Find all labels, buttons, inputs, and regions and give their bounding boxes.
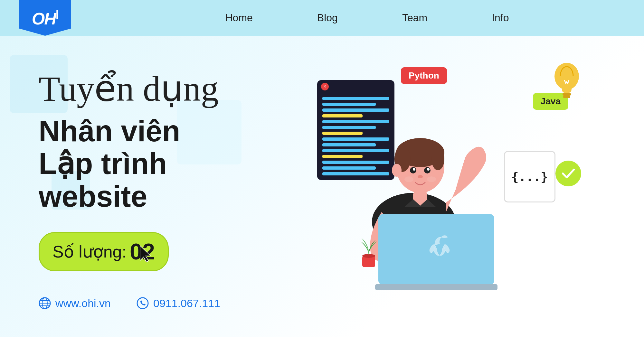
main-nav: Home Blog Team Info xyxy=(135,12,509,24)
plant-decoration xyxy=(353,227,385,270)
svg-point-9 xyxy=(557,163,579,184)
svg-point-18 xyxy=(413,168,415,171)
phone-icon xyxy=(137,297,149,309)
contact-row: www.ohi.vn 0911.067.111 xyxy=(39,297,222,310)
right-section: Python Java {...} xyxy=(242,36,644,337)
phone-number: 0911.067.111 xyxy=(153,297,220,310)
lightbulb-icon xyxy=(549,61,584,110)
contact-website[interactable]: www.ohi.vn xyxy=(39,297,111,310)
curly-braces-card: {...} xyxy=(504,151,555,202)
main-content: Tuyển dụng Nhân viên Lập trình website S… xyxy=(0,36,644,337)
illustration-container: Python Java {...} xyxy=(298,61,588,312)
header: OHi Home Blog Team Info xyxy=(0,0,644,36)
website-url: www.ohi.vn xyxy=(55,297,111,310)
heading-script: Tuyển dụng xyxy=(39,70,222,108)
curly-text: {...} xyxy=(511,170,548,184)
logo-text: OHi xyxy=(32,8,59,27)
laptop xyxy=(375,214,497,293)
svg-point-20 xyxy=(418,175,423,178)
logo[interactable]: OHi xyxy=(19,0,71,36)
svg-rect-31 xyxy=(375,284,497,290)
svg-point-5 xyxy=(137,298,148,309)
heading-line1: Nhân viên xyxy=(39,115,180,147)
svg-rect-7 xyxy=(563,93,571,96)
nav-team[interactable]: Team xyxy=(402,12,427,24)
heading-main: Nhân viên Lập trình website xyxy=(39,115,222,213)
svg-point-14 xyxy=(431,148,444,170)
svg-rect-8 xyxy=(563,96,570,98)
heading-line2: Lập trình website xyxy=(39,147,167,212)
nav-info[interactable]: Info xyxy=(492,12,509,24)
svg-point-19 xyxy=(427,168,430,171)
svg-point-22 xyxy=(427,176,436,182)
check-icon xyxy=(555,161,581,186)
nav-blog[interactable]: Blog xyxy=(317,12,338,24)
nav-home[interactable]: Home xyxy=(225,12,252,24)
globe-icon xyxy=(39,297,51,309)
cursor-icon xyxy=(138,245,153,263)
svg-point-15 xyxy=(392,164,402,177)
quantity-label: Số lượng: xyxy=(52,242,127,261)
svg-point-21 xyxy=(404,176,413,182)
svg-point-16 xyxy=(410,167,416,173)
tag-python: Python xyxy=(401,67,447,84)
svg-point-17 xyxy=(424,167,431,173)
contact-phone[interactable]: 0911.067.111 xyxy=(137,297,220,310)
left-section: Tuyển dụng Nhân viên Lập trình website S… xyxy=(0,36,242,337)
